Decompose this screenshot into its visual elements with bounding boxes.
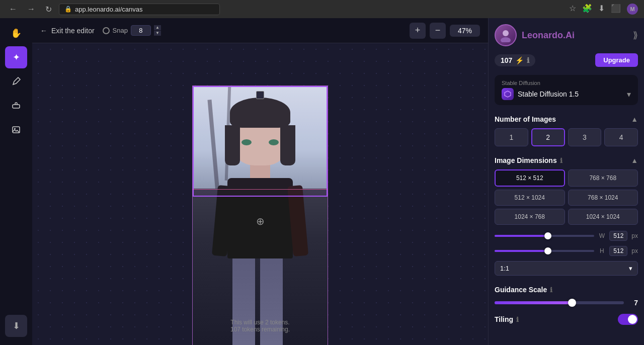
pink-line	[193, 189, 328, 190]
dim-btn-512x1024[interactable]: 512 × 1024	[495, 190, 565, 206]
image-dimensions-info-icon[interactable]: ℹ	[560, 157, 562, 164]
count-btn-1[interactable]: 1	[495, 128, 528, 146]
number-of-images-title: Number of Images	[495, 115, 556, 123]
image-dimensions-collapse-button[interactable]: ▲	[631, 156, 638, 164]
url-bar[interactable]: 🔒 app.leonardo.ai/canvas	[59, 4, 220, 15]
guidance-scale-header: Guidance Scale ℹ	[495, 286, 638, 294]
exit-arrow-icon: ←	[40, 27, 47, 35]
app-layout: ✋ ✦ ⬇ ← Exit the e	[0, 18, 644, 345]
guidance-scale-info-icon[interactable]: ℹ	[550, 286, 552, 294]
height-label: H	[598, 247, 605, 254]
zoom-in-button[interactable]: +	[410, 23, 426, 39]
model-selector[interactable]: Stable Diffusion Stable Diffusion 1.5 ▾	[495, 75, 638, 105]
dimensions-grid: 512 × 512 768 × 768 512 × 1024 768 × 102…	[495, 169, 638, 225]
guidance-scale-title: Guidance Scale ℹ	[495, 286, 552, 294]
count-btn-3[interactable]: 3	[568, 128, 602, 146]
url-text: app.leonardo.ai/canvas	[75, 6, 142, 13]
guidance-value: 7	[628, 299, 638, 307]
dim-btn-512x512[interactable]: 512 × 512	[495, 169, 565, 187]
left-toolbar: ✋ ✦ ⬇	[0, 18, 32, 345]
token-info-icon[interactable]: ℹ	[527, 56, 529, 64]
refresh-button[interactable]: ↻	[42, 4, 55, 15]
dim-btn-768x1024[interactable]: 768 × 1024	[568, 190, 638, 206]
tiling-title: Tiling ℹ	[495, 315, 519, 323]
guidance-slider-track[interactable]	[495, 301, 624, 304]
height-slider-track[interactable]	[495, 250, 594, 252]
token-line2: 107 tokens remaining.	[230, 326, 290, 333]
back-button[interactable]: ←	[6, 4, 20, 15]
canvas-area[interactable]: ⊕ This will use 2 tokens. 107 tokens rem…	[32, 43, 488, 345]
apps-icon[interactable]: ⬛	[611, 4, 621, 15]
height-unit: px	[631, 247, 638, 254]
svg-marker-5	[505, 91, 511, 97]
width-slider-thumb[interactable]	[544, 232, 551, 239]
aspect-ratio-select[interactable]: 1:1 ▾	[495, 261, 638, 276]
number-of-images-header: Number of Images ▲	[495, 115, 638, 123]
model-name: Stable Diffusion 1.5	[518, 90, 579, 98]
exit-editor-button[interactable]: ← Exit the editor	[40, 27, 95, 35]
profile-avatar-panel	[495, 24, 517, 46]
profile-row: Leonardo.Ai ⟫	[495, 24, 638, 46]
width-label: W	[598, 232, 605, 239]
panel-collapse-button[interactable]: ⟫	[633, 30, 638, 41]
snap-down-button[interactable]: ▼	[154, 31, 161, 36]
width-unit: px	[631, 232, 638, 239]
image-dimensions-header: Image Dimensions ℹ ▲	[495, 156, 638, 164]
image-tool-button[interactable]	[5, 119, 27, 141]
erase-tool-button[interactable]	[5, 95, 27, 117]
width-slider-fill	[495, 235, 544, 237]
width-slider-track[interactable]	[495, 235, 594, 237]
guidance-slider-row: 7	[495, 299, 638, 307]
token-line1: This will use 2 tokens.	[230, 319, 290, 326]
draw-tool-button[interactable]	[5, 70, 27, 93]
tiling-toggle[interactable]	[618, 314, 638, 325]
canvas-wrapper: ← Exit the editor Snap ▲ ▼ + − 47%	[32, 18, 488, 345]
count-btn-2[interactable]: 2	[531, 128, 565, 146]
image-count-grid: 1 2 3 4	[495, 128, 638, 146]
dim-btn-768x768[interactable]: 768 × 768	[568, 169, 638, 187]
tiling-toggle-thumb	[628, 315, 637, 324]
snap-circle-icon	[103, 27, 110, 34]
svg-rect-0	[13, 105, 20, 108]
snap-arrows: ▲ ▼	[154, 25, 161, 36]
svg-point-2	[14, 128, 16, 130]
profile-avatar[interactable]: M	[627, 4, 638, 15]
download-icon[interactable]: ⬇	[598, 4, 605, 15]
zoom-out-button[interactable]: −	[430, 23, 446, 39]
token-count-display: 107 ⚡ ℹ	[495, 54, 535, 66]
forward-button[interactable]: →	[24, 4, 38, 15]
height-value[interactable]: 512	[609, 246, 627, 256]
tiling-info-icon[interactable]: ℹ	[516, 316, 519, 323]
model-row: Stable Diffusion 1.5 ▾	[502, 88, 631, 100]
aspect-ratio-chevron-icon: ▾	[629, 265, 632, 272]
bookmark-icon[interactable]: ☆	[569, 4, 576, 15]
image-dimensions-title: Image Dimensions ℹ	[495, 156, 562, 164]
browser-chrome: ← → ↻ 🔒 app.leonardo.ai/canvas ☆ 🧩 ⬇ ⬛ M	[0, 0, 644, 18]
zoom-controls: + − 47%	[410, 23, 480, 39]
width-value[interactable]: 512	[609, 231, 627, 241]
upgrade-button[interactable]: Upgrade	[595, 53, 638, 67]
browser-icons-group: ☆ 🧩 ⬇ ⬛ M	[569, 4, 638, 15]
token-lightning-icon: ⚡	[515, 56, 524, 64]
count-btn-4[interactable]: 4	[604, 128, 638, 146]
model-label: Stable Diffusion	[502, 80, 631, 86]
extensions-icon[interactable]: 🧩	[582, 4, 592, 15]
dim-btn-1024x768[interactable]: 1024 × 768	[495, 209, 565, 225]
guidance-slider-fill	[495, 301, 572, 304]
height-slider-thumb[interactable]	[544, 247, 551, 254]
snap-value-input[interactable]	[131, 25, 151, 36]
snap-label: Snap	[113, 27, 128, 34]
guidance-slider-thumb[interactable]	[568, 299, 576, 307]
select-tool-button[interactable]: ✦	[5, 46, 27, 68]
number-of-images-collapse-button[interactable]: ▲	[631, 115, 638, 123]
dim-btn-1024x1024[interactable]: 1024 × 1024	[568, 209, 638, 225]
snap-up-button[interactable]: ▲	[154, 25, 161, 30]
download-tool-button[interactable]: ⬇	[5, 315, 27, 337]
canvas-image: ⊕	[192, 85, 328, 345]
profile-name-prefix: Leonardo	[522, 30, 563, 40]
crosshair-icon: ⊕	[256, 215, 265, 227]
svg-point-4	[501, 37, 511, 42]
hand-tool-button[interactable]: ✋	[5, 22, 27, 44]
profile-name: Leonardo.Ai	[522, 30, 575, 41]
model-chevron-icon: ▾	[627, 90, 631, 99]
